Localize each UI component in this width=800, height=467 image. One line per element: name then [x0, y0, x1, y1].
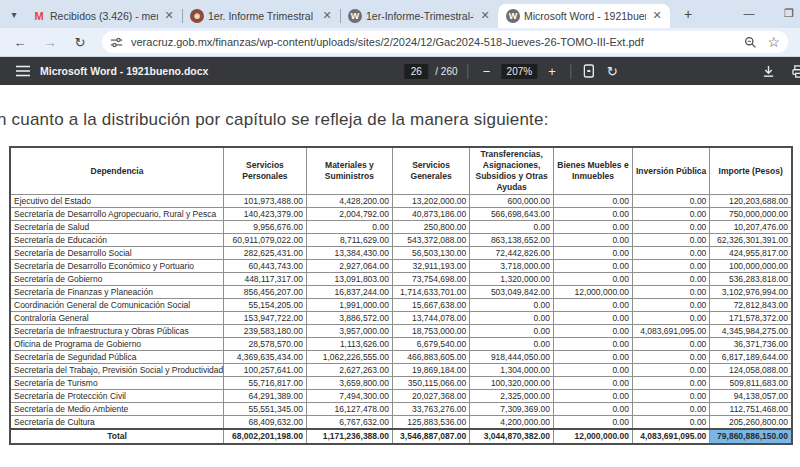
back-button[interactable]: ←: [8, 30, 32, 54]
maximize-button[interactable]: ❐: [772, 7, 800, 20]
dependencia-cell: Secretaría de Gobierno: [10, 273, 223, 286]
zoom-level-input[interactable]: 207%: [502, 64, 538, 79]
download-icon[interactable]: [760, 65, 776, 78]
total-amount-cell: 68,002,201,198.00: [223, 429, 306, 444]
amount-cell: 9,956,676.00: [223, 221, 306, 234]
close-icon[interactable]: ✕: [650, 9, 664, 23]
amount-cell: 7,309,369.00: [470, 403, 554, 416]
rotate-icon[interactable]: ↻: [604, 64, 620, 79]
tab-informe-trimestral[interactable]: ◉ 1er. Informe Trimestral del Gac ✕: [182, 4, 340, 28]
amount-cell: 4,083,691,095.00: [632, 325, 709, 338]
amount-cell: 13,091,803.00: [306, 273, 392, 286]
page-number-input[interactable]: 26: [404, 64, 428, 79]
amount-cell: 0.00: [553, 351, 632, 364]
amount-cell: 0.00: [632, 377, 709, 390]
amount-cell: 18,753,000.00: [392, 325, 469, 338]
url-input[interactable]: veracruz.gob.mx/finanzas/wp-content/uplo…: [102, 31, 788, 53]
amount-cell: 750,000,000.00: [710, 208, 792, 221]
amount-cell: 64,291,389.00: [223, 390, 306, 403]
amount-cell: 72,812,843.00: [710, 299, 792, 312]
amount-cell: 536,283,818.00: [710, 273, 792, 286]
toolbar-divider: [570, 64, 571, 79]
amount-cell: 0.00: [470, 325, 554, 338]
amount-cell: 863,138,652.00: [470, 234, 554, 247]
amount-cell: 1,113,626.00: [306, 338, 392, 351]
close-icon[interactable]: ✕: [320, 9, 334, 23]
tab-gmail[interactable]: M Recibidos (3.426) - meripolli35 ✕: [24, 4, 182, 28]
amount-cell: 0.00: [632, 234, 709, 247]
tab-search-chevron-icon[interactable]: ▾: [6, 3, 22, 25]
amount-cell: 1,991,000.00: [306, 299, 392, 312]
amount-cell: 250,800.00: [392, 221, 469, 234]
amount-cell: 6,817,189,644.00: [710, 351, 792, 364]
close-icon[interactable]: ✕: [478, 9, 492, 23]
fit-page-icon[interactable]: [581, 64, 597, 78]
amount-cell: 0.00: [553, 364, 632, 377]
total-importe-highlighted-cell: 79,860,886,150.00: [710, 429, 792, 444]
amount-cell: 350,115,066.00: [392, 377, 469, 390]
amount-cell: 3,957,000.00: [306, 325, 392, 338]
table-row: Secretaría de Finanzas y Planeación856,4…: [10, 286, 792, 299]
browser-tab-strip: ▾ M Recibidos (3.426) - meripolli35 ✕ ◉ …: [0, 0, 800, 28]
amount-cell: 0.00: [553, 403, 632, 416]
amount-cell: 1,062,226,555.00: [306, 351, 392, 364]
amount-cell: 448,117,317.00: [223, 273, 306, 286]
amount-cell: 13,744,078.00: [392, 312, 469, 325]
amount-cell: 60,443,743.00: [223, 260, 306, 273]
tab-pdf-active[interactable]: W Microsoft Word - 1921bueno.d ✕: [498, 4, 670, 28]
dependencia-cell: Secretaría de Desarrollo Social: [10, 247, 223, 260]
tab-label: Recibidos (3.426) - meripolli35: [50, 10, 158, 22]
table-row: Secretaría del Trabajo, Previsión Social…: [10, 364, 792, 377]
tab-informe-version[interactable]: W 1er-Informe-Trimestral-version ✕: [340, 4, 498, 28]
zoom-out-button[interactable]: −: [479, 64, 495, 79]
amount-cell: 33,763,276.00: [392, 403, 469, 416]
table-row: Oficina de Programa de Gobierno28,578,57…: [10, 338, 792, 351]
table-row: Coordinación General de Comunicación Soc…: [10, 299, 792, 312]
amount-cell: 2,004,792.00: [306, 208, 392, 221]
amount-cell: 0.00: [553, 390, 632, 403]
dependencia-cell: Secretaría del Trabajo, Previsión Social…: [10, 364, 223, 377]
print-icon[interactable]: [790, 65, 800, 78]
amount-cell: 20,027,368.00: [392, 390, 469, 403]
amount-cell: 0.00: [553, 260, 632, 273]
bookmark-star-icon[interactable]: ☆: [767, 34, 780, 50]
amount-cell: 1,304,000.00: [470, 364, 554, 377]
pdf-document-title: Microsoft Word - 1921bueno.docx: [40, 65, 208, 77]
amount-cell: 0.00: [632, 351, 709, 364]
amount-cell: 0.00: [632, 286, 709, 299]
minimize-button[interactable]: —: [732, 7, 766, 19]
amount-cell: 16,127,478.00: [306, 403, 392, 416]
zoom-in-button[interactable]: +: [544, 64, 560, 79]
amount-cell: 28,578,570.00: [223, 338, 306, 351]
amount-cell: 0.00: [632, 416, 709, 429]
table-row: Secretaría de Desarrollo Agropecuario, R…: [10, 208, 792, 221]
zoom-page-icon[interactable]: [744, 36, 757, 49]
dependencia-cell: Secretaría de Medio Ambiente: [10, 403, 223, 416]
table-row: Secretaría de Gobierno448,117,317.0013,0…: [10, 273, 792, 286]
amount-cell: 62,326,301,391.00: [710, 234, 792, 247]
amount-cell: 4,369,635,434.00: [223, 351, 306, 364]
forward-button[interactable]: →: [38, 30, 62, 54]
tab-label: Microsoft Word - 1921bueno.d: [524, 10, 646, 22]
site-settings-icon[interactable]: [110, 36, 123, 49]
amount-cell: 600,000.00: [470, 195, 554, 208]
close-icon[interactable]: ✕: [162, 9, 176, 23]
total-amount-cell: 3,044,870,382.00: [470, 429, 554, 444]
table-row: Contraloría General153,947,722.003,886,5…: [10, 312, 792, 325]
amount-cell: 140,423,379.00: [223, 208, 306, 221]
amount-cell: 7,494,300.00: [306, 390, 392, 403]
document-heading: n cuanto a la distribución por capítulo …: [0, 85, 800, 130]
menu-icon[interactable]: [16, 65, 30, 77]
amount-cell: 0.00: [632, 195, 709, 208]
table-row: Secretaría de Seguridad Pública4,369,635…: [10, 351, 792, 364]
tab-label: 1er. Informe Trimestral del Gac: [208, 10, 316, 22]
amount-cell: 56,503,130.00: [392, 247, 469, 260]
total-amount-cell: 12,000,000.00: [553, 429, 632, 444]
gmail-icon: M: [32, 9, 46, 23]
amount-cell: 0.00: [553, 325, 632, 338]
toolbar-divider: [468, 64, 469, 79]
reload-button[interactable]: ↻: [68, 30, 92, 54]
new-tab-button[interactable]: +: [676, 2, 700, 26]
amount-cell: 0.00: [632, 273, 709, 286]
amount-cell: 0.00: [306, 221, 392, 234]
